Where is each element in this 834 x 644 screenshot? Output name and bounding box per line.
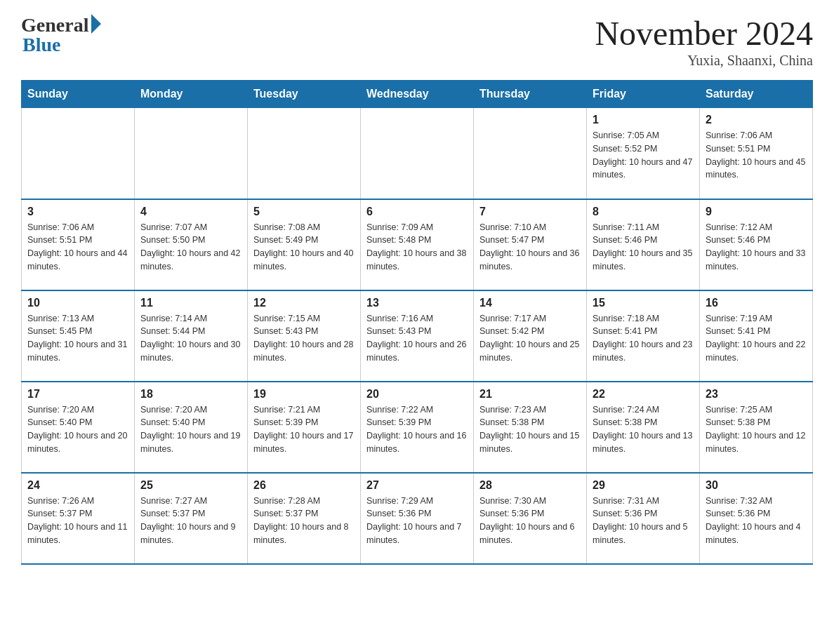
day-number: 30 (706, 479, 807, 492)
calendar-cell: 27Sunrise: 7:29 AMSunset: 5:36 PMDayligh… (361, 473, 474, 564)
day-number: 19 (253, 388, 355, 401)
logo-blue-text: Blue (21, 34, 60, 56)
calendar-cell: 24Sunrise: 7:26 AMSunset: 5:37 PMDayligh… (22, 473, 135, 564)
calendar-cell: 13Sunrise: 7:16 AMSunset: 5:43 PMDayligh… (361, 290, 474, 382)
day-sun-info: Sunrise: 7:26 AMSunset: 5:37 PMDaylight:… (27, 495, 128, 547)
day-number: 8 (593, 206, 694, 218)
day-sun-info: Sunrise: 7:16 AMSunset: 5:43 PMDaylight:… (366, 312, 468, 365)
calendar-cell: 30Sunrise: 7:32 AMSunset: 5:36 PMDayligh… (700, 473, 813, 564)
day-number: 1 (593, 114, 694, 126)
day-sun-info: Sunrise: 7:19 AMSunset: 5:41 PMDaylight:… (706, 312, 807, 365)
day-number: 21 (479, 388, 581, 401)
calendar-cell: 22Sunrise: 7:24 AMSunset: 5:38 PMDayligh… (587, 382, 700, 473)
calendar-cell: 3Sunrise: 7:06 AMSunset: 5:51 PMDaylight… (22, 199, 135, 290)
day-number: 17 (27, 388, 128, 401)
day-sun-info: Sunrise: 7:14 AMSunset: 5:44 PMDaylight:… (140, 312, 241, 365)
calendar-cell: 19Sunrise: 7:21 AMSunset: 5:39 PMDayligh… (248, 382, 361, 473)
day-number: 15 (593, 297, 694, 309)
day-sun-info: Sunrise: 7:08 AMSunset: 5:49 PMDaylight:… (253, 221, 355, 274)
calendar-cell: 1Sunrise: 7:05 AMSunset: 5:52 PMDaylight… (587, 108, 700, 199)
day-number: 7 (479, 206, 581, 218)
calendar-cell: 4Sunrise: 7:07 AMSunset: 5:50 PMDaylight… (135, 199, 248, 290)
day-sun-info: Sunrise: 7:18 AMSunset: 5:41 PMDaylight:… (593, 312, 694, 365)
calendar-cell: 20Sunrise: 7:22 AMSunset: 5:39 PMDayligh… (361, 382, 474, 473)
day-of-week-header: Sunday (22, 81, 135, 108)
day-number: 11 (140, 297, 241, 309)
day-sun-info: Sunrise: 7:27 AMSunset: 5:37 PMDaylight:… (140, 495, 241, 547)
calendar-cell: 10Sunrise: 7:13 AMSunset: 5:45 PMDayligh… (22, 290, 135, 382)
day-sun-info: Sunrise: 7:28 AMSunset: 5:37 PMDaylight:… (253, 495, 355, 547)
calendar-cell: 9Sunrise: 7:12 AMSunset: 5:46 PMDaylight… (700, 199, 813, 290)
day-number: 24 (27, 479, 128, 492)
day-sun-info: Sunrise: 7:22 AMSunset: 5:39 PMDaylight:… (366, 403, 468, 456)
calendar-cell (248, 108, 361, 199)
day-sun-info: Sunrise: 7:29 AMSunset: 5:36 PMDaylight:… (366, 495, 468, 547)
calendar-cell (474, 108, 587, 199)
day-sun-info: Sunrise: 7:17 AMSunset: 5:42 PMDaylight:… (479, 312, 581, 365)
calendar-week-row: 10Sunrise: 7:13 AMSunset: 5:45 PMDayligh… (22, 290, 813, 382)
day-of-week-header: Monday (135, 81, 248, 108)
day-number: 22 (593, 388, 694, 401)
calendar-cell (22, 108, 135, 199)
day-of-week-header: Saturday (700, 81, 813, 108)
calendar-header-row: SundayMondayTuesdayWednesdayThursdayFrid… (22, 81, 813, 108)
logo-arrow-icon (91, 14, 101, 34)
day-number: 14 (479, 297, 581, 309)
calendar-cell: 23Sunrise: 7:25 AMSunset: 5:38 PMDayligh… (700, 382, 813, 473)
calendar-cell (135, 108, 248, 199)
month-year-title: November 2024 (595, 14, 813, 53)
calendar-cell: 11Sunrise: 7:14 AMSunset: 5:44 PMDayligh… (135, 290, 248, 382)
calendar-cell: 17Sunrise: 7:20 AMSunset: 5:40 PMDayligh… (22, 382, 135, 473)
calendar-cell: 18Sunrise: 7:20 AMSunset: 5:40 PMDayligh… (135, 382, 248, 473)
day-number: 16 (706, 297, 807, 309)
day-sun-info: Sunrise: 7:12 AMSunset: 5:46 PMDaylight:… (706, 221, 807, 274)
calendar-cell: 26Sunrise: 7:28 AMSunset: 5:37 PMDayligh… (248, 473, 361, 564)
title-section: November 2024 Yuxia, Shaanxi, China (595, 14, 813, 69)
day-number: 12 (253, 297, 355, 309)
logo: General Blue (21, 14, 101, 56)
day-sun-info: Sunrise: 7:15 AMSunset: 5:43 PMDaylight:… (253, 312, 355, 365)
day-of-week-header: Tuesday (248, 81, 361, 108)
day-number: 6 (366, 206, 468, 218)
day-sun-info: Sunrise: 7:05 AMSunset: 5:52 PMDaylight:… (593, 129, 694, 182)
day-number: 4 (140, 206, 241, 218)
calendar-cell: 15Sunrise: 7:18 AMSunset: 5:41 PMDayligh… (587, 290, 700, 382)
day-sun-info: Sunrise: 7:13 AMSunset: 5:45 PMDaylight:… (27, 312, 128, 365)
calendar-cell: 6Sunrise: 7:09 AMSunset: 5:48 PMDaylight… (361, 199, 474, 290)
day-sun-info: Sunrise: 7:32 AMSunset: 5:36 PMDaylight:… (706, 495, 807, 547)
calendar-cell: 5Sunrise: 7:08 AMSunset: 5:49 PMDaylight… (248, 199, 361, 290)
page-header: General Blue November 2024 Yuxia, Shaanx… (21, 14, 813, 69)
day-sun-info: Sunrise: 7:31 AMSunset: 5:36 PMDaylight:… (593, 495, 694, 547)
day-number: 26 (253, 479, 355, 492)
day-number: 29 (593, 479, 694, 492)
day-sun-info: Sunrise: 7:06 AMSunset: 5:51 PMDaylight:… (706, 129, 807, 182)
day-number: 3 (27, 206, 128, 218)
day-number: 28 (479, 479, 581, 492)
calendar-week-row: 17Sunrise: 7:20 AMSunset: 5:40 PMDayligh… (22, 382, 813, 473)
day-number: 25 (140, 479, 241, 492)
calendar-cell: 8Sunrise: 7:11 AMSunset: 5:46 PMDaylight… (587, 199, 700, 290)
calendar-table: SundayMondayTuesdayWednesdayThursdayFrid… (21, 80, 813, 565)
day-number: 10 (27, 297, 128, 309)
day-sun-info: Sunrise: 7:20 AMSunset: 5:40 PMDaylight:… (27, 403, 128, 456)
day-of-week-header: Friday (587, 81, 700, 108)
day-sun-info: Sunrise: 7:10 AMSunset: 5:47 PMDaylight:… (479, 221, 581, 274)
calendar-cell (361, 108, 474, 199)
calendar-cell: 28Sunrise: 7:30 AMSunset: 5:36 PMDayligh… (474, 473, 587, 564)
day-sun-info: Sunrise: 7:24 AMSunset: 5:38 PMDaylight:… (593, 403, 694, 456)
day-sun-info: Sunrise: 7:06 AMSunset: 5:51 PMDaylight:… (27, 221, 128, 274)
day-number: 2 (706, 114, 807, 126)
day-number: 23 (706, 388, 807, 401)
calendar-cell: 29Sunrise: 7:31 AMSunset: 5:36 PMDayligh… (587, 473, 700, 564)
calendar-cell: 12Sunrise: 7:15 AMSunset: 5:43 PMDayligh… (248, 290, 361, 382)
calendar-week-row: 1Sunrise: 7:05 AMSunset: 5:52 PMDaylight… (22, 108, 813, 199)
day-number: 13 (366, 297, 468, 309)
day-of-week-header: Thursday (474, 81, 587, 108)
day-sun-info: Sunrise: 7:25 AMSunset: 5:38 PMDaylight:… (706, 403, 807, 456)
day-number: 18 (140, 388, 241, 401)
day-number: 9 (706, 206, 807, 218)
calendar-week-row: 24Sunrise: 7:26 AMSunset: 5:37 PMDayligh… (22, 473, 813, 564)
day-of-week-header: Wednesday (361, 81, 474, 108)
day-sun-info: Sunrise: 7:11 AMSunset: 5:46 PMDaylight:… (593, 221, 694, 274)
day-sun-info: Sunrise: 7:21 AMSunset: 5:39 PMDaylight:… (253, 403, 355, 456)
